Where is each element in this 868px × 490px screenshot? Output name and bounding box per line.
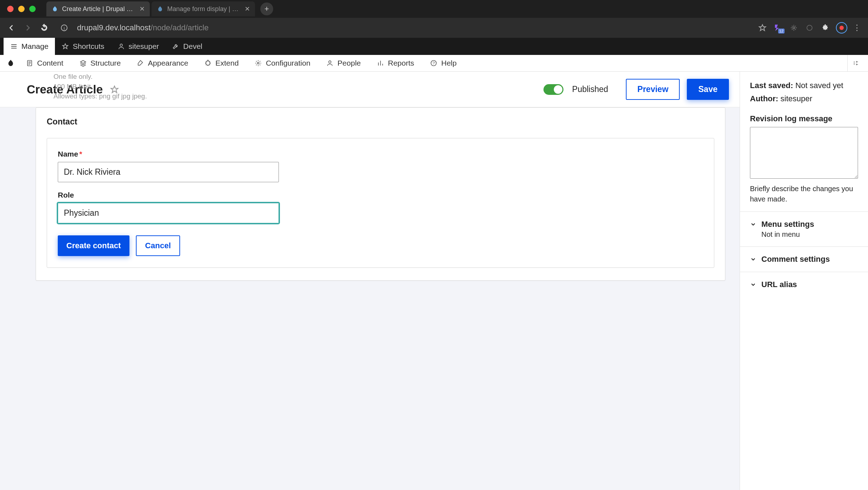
wrench-icon xyxy=(172,42,180,50)
svg-text:?: ? xyxy=(433,61,435,65)
create-contact-button[interactable]: Create contact xyxy=(58,235,129,256)
layers-icon xyxy=(79,59,87,67)
admin-menu-label: Help xyxy=(441,59,456,67)
svg-point-4 xyxy=(120,44,122,46)
extensions-puzzle-icon[interactable] xyxy=(820,23,830,33)
tab-title: Manage form display | Drupal 9 xyxy=(167,5,240,13)
star-icon xyxy=(61,42,69,50)
save-button[interactable]: Save xyxy=(687,79,729,100)
admin-menu: Content Structure Appearance Extend Conf… xyxy=(0,55,868,72)
revision-log-textarea[interactable] xyxy=(750,127,858,179)
sidebar-accordion-menu-settings[interactable]: Menu settings Not in menu xyxy=(740,212,868,247)
toolbar-user-label: sitesuper xyxy=(129,42,159,51)
tab-bar: Create Article | Drupal 9 Demo ✕ Manage … xyxy=(0,0,868,18)
name-input[interactable] xyxy=(58,162,279,182)
toolbar-manage[interactable]: Manage xyxy=(4,38,55,55)
preview-button[interactable]: Preview xyxy=(626,79,680,100)
chevron-down-icon xyxy=(750,221,756,228)
admin-menu-label: People xyxy=(337,59,361,67)
bookmark-star-icon[interactable] xyxy=(757,23,767,33)
admin-menu-extend[interactable]: Extend xyxy=(196,55,246,71)
admin-menu-configuration[interactable]: Configuration xyxy=(246,55,318,71)
inline-form-actions: Create contact Cancel xyxy=(58,235,703,256)
close-window-button[interactable] xyxy=(7,6,14,12)
svg-point-3 xyxy=(807,25,812,31)
chevron-down-icon xyxy=(750,256,756,262)
app-area: Manage Shortcuts sitesuper Devel Con xyxy=(0,38,868,490)
accordion-title: Menu settings xyxy=(761,220,814,229)
toolbar-orientation-toggle[interactable] xyxy=(847,55,864,71)
person-icon xyxy=(326,59,334,67)
admin-menu-content[interactable]: Content xyxy=(18,55,71,71)
author-row: Author: sitesuper xyxy=(750,92,858,105)
toolbar-shortcuts[interactable]: Shortcuts xyxy=(55,38,111,55)
role-input[interactable] xyxy=(58,203,279,223)
role-label: Role xyxy=(58,191,703,199)
role-field-group: Role xyxy=(58,191,703,223)
back-button[interactable] xyxy=(4,21,19,35)
page-header: One file only. 100 MB limit. Allowed typ… xyxy=(0,72,740,107)
toolbar-user[interactable]: sitesuper xyxy=(111,38,165,55)
admin-menu-label: Appearance xyxy=(148,59,188,67)
sidebar-accordion-url-alias[interactable]: URL alias xyxy=(740,272,868,297)
url-host: drupal9.dev.localhost xyxy=(77,23,150,32)
browser-menu-button[interactable]: ⋮ xyxy=(853,23,861,32)
contact-fieldset: Contact Name* Role C xyxy=(36,107,725,281)
admin-home-icon[interactable] xyxy=(4,59,18,67)
browser-right-icons: 12 ⋮ xyxy=(757,22,861,34)
toolbar-manage-label: Manage xyxy=(21,42,48,51)
extension-icon[interactable]: 12 xyxy=(773,23,783,33)
new-tab-button[interactable]: + xyxy=(260,2,273,15)
extension-icon-2[interactable] xyxy=(805,23,815,33)
name-label: Name* xyxy=(58,150,703,158)
revision-log-label: Revision log message xyxy=(750,114,858,123)
toggle-knob-icon xyxy=(554,85,562,94)
admin-menu-people[interactable]: People xyxy=(318,55,368,71)
drupal-favicon-icon xyxy=(51,5,58,12)
page-title: Create Article xyxy=(27,83,103,96)
avatar-indicator-icon xyxy=(839,26,844,30)
window-controls xyxy=(7,6,36,12)
address-bar[interactable]: drupal9.dev.localhost/node/add/article xyxy=(73,23,755,32)
shortcut-star-button[interactable] xyxy=(110,85,119,94)
admin-menu-appearance[interactable]: Appearance xyxy=(129,55,196,71)
admin-menu-label: Extend xyxy=(215,59,239,67)
main-layout: One file only. 100 MB limit. Allowed typ… xyxy=(0,72,868,490)
required-asterisk-icon: * xyxy=(79,150,82,158)
maximize-window-button[interactable] xyxy=(29,6,36,12)
form-body: Contact Name* Role C xyxy=(0,107,740,295)
sidebar-accordion-comment-settings[interactable]: Comment settings xyxy=(740,247,868,272)
admin-menu-label: Content xyxy=(37,59,63,67)
browser-tab-inactive[interactable]: Manage form display | Drupal 9 ✕ xyxy=(152,1,255,16)
extension-gear-icon[interactable] xyxy=(789,23,799,33)
toolbar-devel-label: Devel xyxy=(183,42,203,51)
minimize-window-button[interactable] xyxy=(18,6,25,12)
close-tab-icon[interactable]: ✕ xyxy=(245,5,250,13)
hamburger-icon xyxy=(10,42,18,50)
svg-point-7 xyxy=(329,61,331,63)
admin-menu-structure[interactable]: Structure xyxy=(71,55,129,71)
reload-button[interactable] xyxy=(37,21,51,35)
profile-avatar[interactable] xyxy=(836,22,847,34)
paint-icon xyxy=(137,59,144,67)
sidebar-meta-section: Last saved: Not saved yet Author: sitesu… xyxy=(740,72,868,107)
close-tab-icon[interactable]: ✕ xyxy=(139,5,145,13)
accordion-title: Comment settings xyxy=(761,255,830,264)
admin-menu-reports[interactable]: Reports xyxy=(369,55,422,71)
svg-point-2 xyxy=(793,27,795,29)
address-bar-row: i drupal9.dev.localhost/node/add/article… xyxy=(0,18,868,38)
published-toggle[interactable] xyxy=(543,84,563,95)
extension-badge: 12 xyxy=(778,29,785,34)
admin-menu-help[interactable]: ? Help xyxy=(422,55,464,71)
revision-log-section: Revision log message Briefly describe th… xyxy=(740,107,868,212)
toolbar-devel[interactable]: Devel xyxy=(165,38,209,55)
drupal-favicon-icon xyxy=(157,5,164,12)
browser-tab-active[interactable]: Create Article | Drupal 9 Demo ✕ xyxy=(46,1,150,16)
admin-menu-label: Configuration xyxy=(266,59,310,67)
admin-menu-label: Reports xyxy=(388,59,414,67)
name-field-group: Name* xyxy=(58,150,703,182)
url-path: /node/add/article xyxy=(150,23,209,32)
site-info-icon[interactable]: i xyxy=(57,21,71,35)
forward-button[interactable] xyxy=(21,21,35,35)
cancel-button[interactable]: Cancel xyxy=(136,235,180,256)
